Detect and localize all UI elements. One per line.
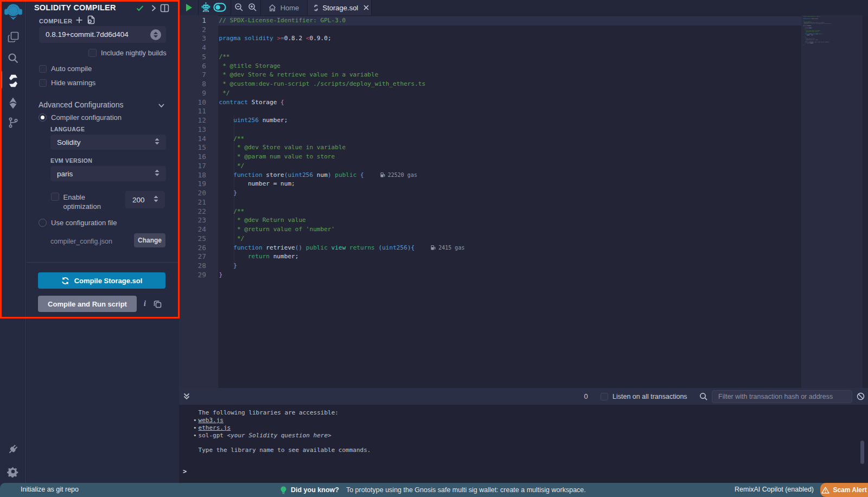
code-line: 28 }	[179, 262, 868, 271]
code-line: 4	[179, 43, 868, 53]
git-icon[interactable]	[0, 117, 26, 129]
change-config-button[interactable]: Change	[134, 233, 165, 247]
enable-optimization-checkbox[interactable]	[51, 193, 59, 201]
terminal-output: The following libraries are accessible:•…	[179, 409, 371, 454]
remix-logo-icon[interactable]	[0, 3, 26, 21]
compiler-configuration-radio-row[interactable]: Compiler configuration	[39, 113, 122, 122]
copy-icon[interactable]	[154, 300, 162, 310]
code-lines: 1// SPDX-License-Identifier: GPL-3.023pr…	[179, 16, 868, 280]
listen-transactions-checkbox[interactable]	[601, 393, 608, 400]
terminal-scrollbar[interactable]	[860, 441, 864, 464]
compile-and-run-button[interactable]: Compile and Run script	[38, 296, 137, 312]
use-config-file-radio-row[interactable]: Use configuration file	[39, 219, 117, 227]
chevron-down-icon[interactable]	[158, 101, 165, 111]
panel-divider	[27, 262, 179, 263]
code-line: 6 * @title Storage	[179, 62, 868, 71]
status-bar: Initialize as git repo Did you know? To …	[0, 483, 868, 497]
refresh-icon	[61, 277, 69, 285]
compiler-label: COMPILER	[39, 18, 72, 24]
clear-terminal-icon[interactable]	[857, 392, 865, 403]
compiler-configuration-radio[interactable]	[39, 113, 47, 122]
focus-plugin-chevron-icon[interactable]	[150, 4, 157, 15]
copilot-status[interactable]: RemixAI Copilot (enabled)	[735, 486, 814, 493]
tip-title: Did you know?	[291, 486, 339, 494]
code-line: 16 * @param num value to store	[179, 152, 868, 162]
advanced-configurations-title[interactable]: Advanced Configurations	[39, 100, 123, 109]
compiler-configuration-label: Compiler configuration	[51, 113, 122, 122]
zoom-in-icon[interactable]	[248, 3, 257, 14]
code-line: 25 */	[179, 234, 868, 244]
auto-compile-checkbox-row[interactable]: Auto compile	[39, 65, 92, 73]
solidity-compiler-icon[interactable]	[0, 74, 26, 87]
code-line: 26 function retrieve() public view retur…	[179, 244, 868, 253]
number-stepper-icon[interactable]	[154, 195, 158, 204]
include-nightly-checkbox-row[interactable]: Include nightly builds	[88, 49, 167, 57]
enable-optimization-checkbox-row[interactable]: Enable optimization	[51, 193, 101, 211]
settings-gear-icon[interactable]	[0, 466, 26, 477]
search-icon[interactable]	[0, 52, 26, 64]
minimap-content: // SPDX-License-Identifier: GPL-3.0pragm…	[803, 16, 831, 46]
auto-compile-checkbox[interactable]	[39, 65, 47, 73]
code-editor[interactable]: 1// SPDX-License-Identifier: GPL-3.023pr…	[179, 15, 868, 388]
tab-home[interactable]: Home	[260, 0, 307, 15]
hide-warnings-label: Hide warnings	[51, 79, 95, 87]
add-compiler-icon[interactable]	[75, 16, 83, 26]
lightbulb-icon	[280, 486, 286, 494]
include-nightly-checkbox[interactable]	[88, 49, 97, 57]
gas-estimate: 2415 gas	[431, 245, 464, 251]
code-line: 1// SPDX-License-Identifier: GPL-3.0	[179, 16, 868, 26]
use-config-file-radio[interactable]	[39, 219, 47, 227]
transaction-filter-input[interactable]: Filter with transaction hash or address	[712, 390, 852, 403]
terminal-line: The following libraries are accessible:	[179, 409, 371, 417]
scam-alert-badge[interactable]: Scam Alert	[820, 483, 868, 497]
language-select[interactable]: Solidity	[50, 135, 166, 150]
remix-ide: SOLIDITY COMPILER COMPILER 0.8.19+commit…	[0, 0, 868, 497]
home-tab-label: Home	[280, 4, 299, 12]
code-line: 24 * @return value of 'number'	[179, 225, 868, 234]
compile-button[interactable]: Compile Storage.sol	[38, 272, 165, 289]
compile-and-run-label: Compile and Run script	[48, 300, 127, 308]
terminal-line: Type the library name to see available c…	[179, 447, 371, 454]
select-arrows-icon	[155, 138, 159, 146]
code-line: 19 number = num;	[179, 180, 868, 189]
copilot-robot-icon[interactable]	[201, 2, 210, 15]
terminal[interactable]: The following libraries are accessible:•…	[179, 405, 868, 483]
compiler-version-select[interactable]: 0.8.19+commit.7dd6d404	[39, 26, 166, 43]
evm-version-value: paris	[57, 170, 73, 178]
info-icon[interactable]: i	[142, 300, 148, 308]
plugin-manager-icon[interactable]	[0, 443, 26, 456]
open-compiler-file-icon[interactable]	[87, 15, 95, 27]
deploy-run-icon[interactable]	[0, 97, 26, 110]
version-select-stepper-icon	[150, 29, 161, 40]
language-label: LANGUAGE	[50, 126, 85, 132]
run-script-play-button[interactable]	[184, 3, 194, 15]
copilot-toggle[interactable]	[213, 3, 226, 14]
terminal-line: •ethers.js	[179, 424, 371, 432]
config-file-name[interactable]: compiler_config.json	[50, 238, 112, 245]
pin-panel-icon[interactable]	[160, 4, 169, 15]
compiler-version-value: 0.8.19+commit.7dd6d404	[46, 30, 129, 39]
terminal-prompt[interactable]: >	[183, 468, 187, 475]
close-tab-icon[interactable]	[363, 4, 369, 11]
tab-storage-sol[interactable]: Storage.sol	[307, 0, 371, 15]
enable-optimization-label: Enable	[63, 193, 85, 201]
git-init-status[interactable]: Initialize as git repo	[21, 486, 79, 493]
scam-alert-label: Scam Alert	[833, 486, 866, 494]
select-arrows-icon	[155, 169, 159, 178]
hide-warnings-checkbox[interactable]	[39, 79, 47, 87]
optimization-runs-input[interactable]: 200	[125, 191, 165, 208]
compile-success-check-icon	[136, 4, 144, 15]
zoom-out-icon[interactable]	[234, 3, 244, 14]
code-line: 18 function store(uint256 num) public {2…	[179, 171, 868, 180]
hide-warnings-checkbox-row[interactable]: Hide warnings	[39, 79, 95, 87]
evm-version-select[interactable]: paris	[50, 166, 166, 181]
code-line: 23 * @dev Return value	[179, 216, 868, 225]
code-line: 22 /**	[179, 207, 868, 216]
code-line: 9 */	[179, 89, 868, 98]
compile-button-label: Compile Storage.sol	[74, 277, 143, 285]
minimap[interactable]: // SPDX-License-Identifier: GPL-3.0pragm…	[801, 15, 863, 388]
collapse-terminal-icon[interactable]	[183, 392, 190, 403]
terminal-search-icon[interactable]	[699, 392, 708, 403]
home-icon	[268, 4, 277, 12]
file-explorer-icon[interactable]	[0, 31, 26, 43]
